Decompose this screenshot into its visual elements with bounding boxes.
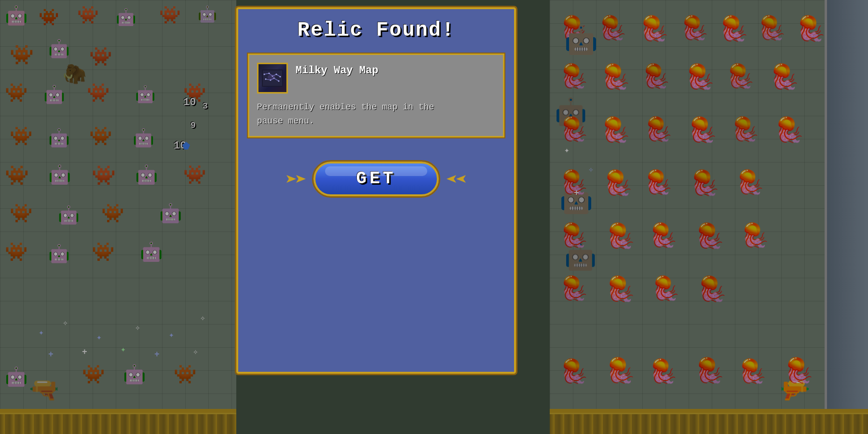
button-area: GET xyxy=(286,162,466,196)
relic-description: Permanently enables the map in thepause … xyxy=(257,100,495,128)
get-button[interactable]: GET xyxy=(313,162,439,196)
relic-name: Milky Way Map xyxy=(296,63,379,77)
svg-marker-20 xyxy=(286,175,296,183)
relic-header: Milky Way Map xyxy=(257,63,495,94)
right-arrow-top xyxy=(447,175,466,183)
map-svg xyxy=(262,69,283,87)
left-arrows xyxy=(286,175,306,183)
svg-point-12 xyxy=(276,74,277,75)
dialog-title: Relic Found! xyxy=(298,19,455,42)
relic-dialog: Relic Found! xyxy=(236,7,516,374)
relic-card: Milky Way Map Permanently enables the ma… xyxy=(248,54,504,137)
svg-marker-22 xyxy=(456,175,466,183)
relic-icon xyxy=(257,63,288,94)
svg-point-13 xyxy=(280,76,281,78)
svg-point-17 xyxy=(278,81,280,82)
get-button-text: GET xyxy=(356,169,396,189)
right-arrows xyxy=(447,175,466,183)
left-arrow-top xyxy=(286,175,306,183)
svg-point-10 xyxy=(269,73,270,74)
svg-point-9 xyxy=(264,74,265,75)
svg-marker-19 xyxy=(296,175,306,183)
svg-marker-21 xyxy=(447,175,456,183)
relic-icon-inner xyxy=(259,65,286,92)
svg-point-14 xyxy=(265,79,267,80)
svg-point-18 xyxy=(268,74,275,80)
